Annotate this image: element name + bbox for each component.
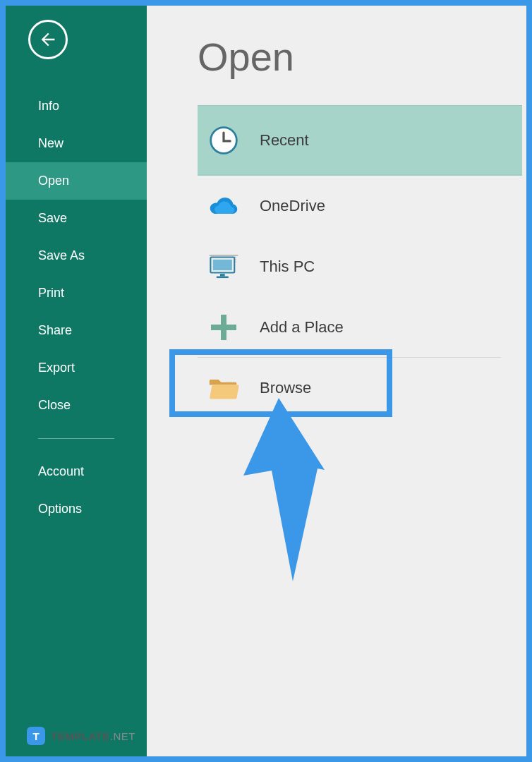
nav-label: Save: [38, 211, 67, 225]
nav-item-export[interactable]: Export: [6, 349, 147, 387]
watermark-light: .NET: [110, 730, 135, 742]
svg-rect-4: [220, 274, 225, 276]
clock-icon: [207, 124, 240, 157]
location-this-pc[interactable]: This PC: [198, 236, 501, 297]
monitor-icon: [207, 250, 240, 283]
nav-item-account[interactable]: Account: [6, 453, 147, 490]
nav-label: Share: [38, 323, 72, 337]
nav-label: Save As: [38, 248, 85, 262]
location-label: Browse: [260, 379, 311, 397]
backstage-sidebar: Info New Open Save Save As Print Share E…: [6, 6, 147, 756]
page-title: Open: [198, 34, 526, 80]
location-label: Add a Place: [260, 318, 344, 337]
arrow-left-icon: [38, 30, 58, 49]
svg-point-7: [235, 259, 236, 260]
svg-point-6: [235, 256, 236, 258]
svg-point-8: [235, 261, 236, 262]
main-panel: Open Recent OneDrive This PC: [147, 6, 526, 756]
nav-item-share[interactable]: Share: [6, 312, 147, 349]
location-label: This PC: [260, 258, 315, 276]
folder-icon: [207, 372, 240, 404]
nav-label: Print: [38, 286, 64, 300]
nav-item-options[interactable]: Options: [6, 490, 147, 528]
plus-icon: [207, 311, 240, 344]
nav-item-open[interactable]: Open: [6, 162, 147, 200]
svg-rect-3: [213, 259, 232, 270]
location-onedrive[interactable]: OneDrive: [198, 176, 501, 236]
nav-label: Export: [38, 361, 75, 375]
location-browse[interactable]: Browse: [198, 358, 501, 418]
svg-rect-1: [210, 255, 238, 256]
nav-item-print[interactable]: Print: [6, 274, 147, 312]
location-label: Recent: [260, 131, 309, 150]
watermark: T TEMPLATE.NET: [27, 727, 135, 745]
back-button[interactable]: [28, 20, 68, 59]
nav-item-new[interactable]: New: [6, 125, 147, 162]
nav-label: Account: [38, 464, 84, 478]
cloud-icon: [207, 190, 240, 222]
nav-label: Info: [38, 99, 59, 113]
nav-label: Close: [38, 398, 71, 412]
svg-rect-10: [211, 325, 236, 330]
location-recent[interactable]: Recent: [198, 105, 522, 176]
app-frame: Info New Open Save Save As Print Share E…: [6, 6, 526, 756]
nav-label: New: [38, 136, 64, 150]
nav-item-save[interactable]: Save: [6, 200, 147, 237]
svg-rect-5: [217, 276, 229, 278]
nav-item-save-as[interactable]: Save As: [6, 237, 147, 274]
location-label: OneDrive: [260, 197, 325, 215]
nav-label: Options: [38, 502, 82, 516]
nav-item-info[interactable]: Info: [6, 87, 147, 125]
watermark-bold: TEMPLATE: [51, 730, 110, 742]
watermark-badge: T: [27, 727, 45, 745]
watermark-text: TEMPLATE.NET: [51, 730, 135, 742]
nav-label: Open: [38, 174, 69, 188]
nav-divider: [38, 438, 114, 439]
nav-item-close[interactable]: Close: [6, 387, 147, 424]
location-list: Recent OneDrive This PC Add a Place: [198, 105, 526, 418]
location-add-place[interactable]: Add a Place: [198, 297, 501, 358]
